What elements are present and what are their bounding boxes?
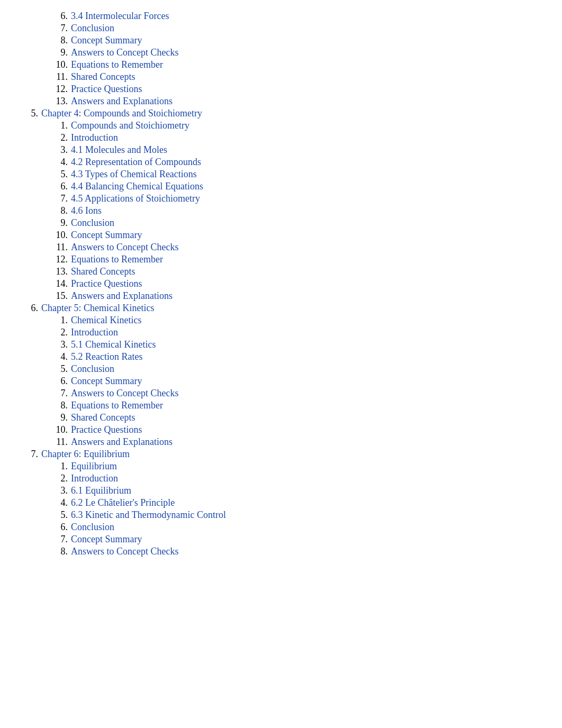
chapter-items-list: 6.3.4 Intermolecular Forces7.Conclusion8… [21, 11, 541, 107]
list-item: 10.Concept Summary [21, 230, 541, 241]
chapter-num: 6. [26, 303, 38, 314]
item-link[interactable]: 4.6 Ions [71, 205, 102, 216]
item-num: 8. [53, 400, 68, 411]
chapter-num: 7. [26, 449, 38, 460]
item-link[interactable]: Shared Concepts [71, 266, 135, 277]
item-link[interactable]: 6.2 Le Châtelier's Principle [71, 497, 175, 508]
list-item: 13.Shared Concepts [21, 266, 541, 277]
item-link[interactable]: Conclusion [71, 363, 114, 375]
item-num: 9. [53, 217, 68, 229]
item-link[interactable]: Answers and Explanations [71, 96, 173, 107]
list-item: 4.4.2 Representation of Compounds [21, 157, 541, 168]
list-item: 7.4.5 Applications of Stoichiometry [21, 193, 541, 204]
item-link[interactable]: Answers to Concept Checks [71, 47, 178, 58]
item-num: 8. [53, 35, 68, 46]
item-num: 11. [53, 436, 68, 448]
item-num: 10. [53, 230, 68, 241]
item-link[interactable]: Equations to Remember [71, 59, 163, 70]
item-link[interactable]: Conclusion [71, 522, 114, 533]
item-link[interactable]: Shared Concepts [71, 412, 135, 423]
list-item: 2.Introduction [21, 327, 541, 338]
item-link[interactable]: 4.3 Types of Chemical Reactions [71, 169, 197, 180]
item-link[interactable]: Introduction [71, 327, 118, 338]
item-link[interactable]: Equations to Remember [71, 254, 163, 265]
item-link[interactable]: Shared Concepts [71, 71, 135, 83]
item-num: 4. [53, 351, 68, 362]
item-num: 7. [53, 193, 68, 204]
item-num: 3. [53, 339, 68, 350]
item-link[interactable]: Compounds and Stoichiometry [71, 120, 189, 131]
item-num: 5. [53, 363, 68, 375]
item-link[interactable]: Practice Questions [71, 278, 142, 289]
item-link[interactable]: Answers to Concept Checks [71, 242, 178, 253]
item-link[interactable]: Conclusion [71, 23, 114, 34]
item-link[interactable]: Equilibrium [71, 461, 117, 472]
item-link[interactable]: 5.2 Reaction Rates [71, 351, 142, 362]
item-link[interactable]: 6.3 Kinetic and Thermodynamic Control [71, 509, 226, 521]
item-num: 15. [53, 290, 68, 302]
item-link[interactable]: Practice Questions [71, 84, 142, 95]
item-link[interactable]: Chemical Kinetics [71, 315, 141, 326]
item-link[interactable]: 4.2 Representation of Compounds [71, 157, 201, 168]
item-link[interactable]: Conclusion [71, 217, 114, 229]
item-link[interactable]: Answers and Explanations [71, 290, 173, 302]
list-item: 11.Answers and Explanations [21, 436, 541, 448]
item-link[interactable]: Concept Summary [71, 376, 142, 387]
list-item: 5.Conclusion [21, 363, 541, 375]
item-num: 4. [53, 157, 68, 168]
chapter-items-list: 1.Chemical Kinetics2.Introduction3.5.1 C… [21, 315, 541, 448]
chapter-header: 5.Chapter 4: Compounds and Stoichiometry [21, 108, 541, 119]
item-num: 6. [53, 11, 68, 22]
item-link[interactable]: Answers to Concept Checks [71, 546, 178, 557]
item-num: 4. [53, 497, 68, 508]
item-link[interactable]: Answers and Explanations [71, 436, 173, 448]
item-num: 5. [53, 169, 68, 180]
list-item: 9.Shared Concepts [21, 412, 541, 423]
item-num: 2. [53, 473, 68, 484]
chapter-link[interactable]: Chapter 5: Chemical Kinetics [41, 303, 154, 314]
item-link[interactable]: Introduction [71, 473, 118, 484]
chapter-header: 6.Chapter 5: Chemical Kinetics [21, 303, 541, 314]
item-link[interactable]: 4.4 Balancing Chemical Equations [71, 181, 203, 192]
list-item: 7.Answers to Concept Checks [21, 388, 541, 399]
list-item: 6.3.4 Intermolecular Forces [21, 11, 541, 22]
item-num: 3. [53, 144, 68, 156]
list-item: 5.6.3 Kinetic and Thermodynamic Control [21, 509, 541, 521]
item-link[interactable]: 6.1 Equilibrium [71, 485, 131, 496]
item-num: 1. [53, 315, 68, 326]
chapter-link[interactable]: Chapter 6: Equilibrium [41, 449, 130, 460]
item-num: 3. [53, 485, 68, 496]
item-num: 8. [53, 546, 68, 557]
item-num: 11. [53, 242, 68, 253]
item-link[interactable]: Practice Questions [71, 424, 142, 435]
list-item: 4.6.2 Le Châtelier's Principle [21, 497, 541, 508]
item-link[interactable]: Answers to Concept Checks [71, 388, 178, 399]
item-link[interactable]: 5.1 Chemical Kinetics [71, 339, 156, 350]
list-item: 8.Answers to Concept Checks [21, 546, 541, 557]
item-link[interactable]: Concept Summary [71, 35, 142, 46]
chapter-num: 5. [26, 108, 38, 119]
list-item: 9.Answers to Concept Checks [21, 47, 541, 58]
item-link[interactable]: 4.1 Molecules and Moles [71, 144, 167, 156]
list-item: 6.Concept Summary [21, 376, 541, 387]
item-link[interactable]: 4.5 Applications of Stoichiometry [71, 193, 200, 204]
chapter-link[interactable]: Chapter 4: Compounds and Stoichiometry [41, 108, 202, 119]
list-item: 10.Equations to Remember [21, 59, 541, 70]
item-num: 2. [53, 132, 68, 143]
item-link[interactable]: Concept Summary [71, 534, 142, 545]
list-item: 2.Introduction [21, 132, 541, 143]
list-item: 12.Practice Questions [21, 84, 541, 95]
item-link[interactable]: Introduction [71, 132, 118, 143]
list-item: 5.4.3 Types of Chemical Reactions [21, 169, 541, 180]
list-item: 8.Equations to Remember [21, 400, 541, 411]
item-link[interactable]: 3.4 Intermolecular Forces [71, 11, 169, 22]
item-num: 2. [53, 327, 68, 338]
list-item: 15.Answers and Explanations [21, 290, 541, 302]
item-num: 9. [53, 47, 68, 58]
item-link[interactable]: Equations to Remember [71, 400, 163, 411]
list-item: 7.Conclusion [21, 23, 541, 34]
chapter-items-list: 1.Equilibrium2.Introduction3.6.1 Equilib… [21, 461, 541, 557]
list-item: 1.Compounds and Stoichiometry [21, 120, 541, 131]
item-link[interactable]: Concept Summary [71, 230, 142, 241]
item-num: 12. [53, 254, 68, 265]
